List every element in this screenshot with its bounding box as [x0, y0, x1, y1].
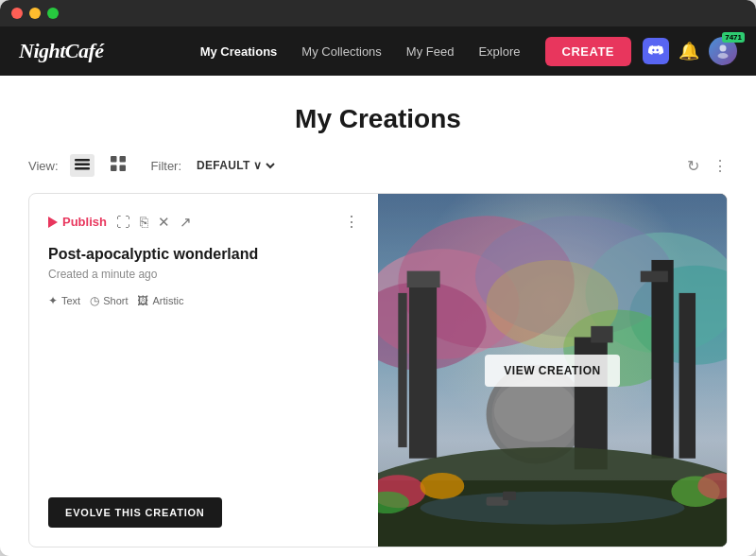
- view-label: View:: [28, 159, 59, 173]
- more-options-icon[interactable]: ⋮: [713, 157, 728, 175]
- delete-icon[interactable]: ✕: [158, 214, 170, 231]
- short-icon: ◷: [90, 294, 99, 307]
- logo[interactable]: NightCafé: [19, 39, 104, 63]
- toolbar-right: ↻ ⋮: [687, 157, 728, 175]
- discord-icon[interactable]: [643, 38, 669, 64]
- points-badge: 7471: [722, 32, 745, 43]
- svg-rect-7: [111, 165, 117, 172]
- toolbar: View: Filter: DEFAULT ∨ NEWEST: [0, 153, 756, 193]
- svg-rect-8: [119, 165, 126, 172]
- nav-icons: 🔔 7471: [643, 37, 737, 65]
- view-grid-button[interactable]: [106, 153, 130, 178]
- creations-list: Publish ⛶ ⎘ ✕ ↗ ⋮ Post-apocalyptic wonde…: [0, 193, 756, 556]
- app-window: NightCafé My Creations My Collections My…: [0, 0, 756, 556]
- view-creation-overlay: VIEW CREATION: [378, 194, 727, 547]
- svg-rect-3: [75, 164, 90, 166]
- svg-rect-5: [111, 156, 117, 163]
- card-actions: Publish ⛶ ⎘ ✕ ↗ ⋮: [48, 213, 359, 231]
- nav-explore[interactable]: Explore: [469, 39, 529, 64]
- copy-icon[interactable]: ⎘: [140, 214, 148, 230]
- svg-point-1: [718, 53, 729, 59]
- card-title: Post-apocalyptic wonderland: [48, 246, 359, 263]
- notifications-icon[interactable]: 🔔: [679, 41, 699, 61]
- tag-text: ✦ Text: [48, 294, 80, 307]
- card-image: VIEW CREATION: [378, 194, 727, 547]
- text-icon: ✦: [48, 294, 58, 307]
- titlebar: [0, 0, 756, 26]
- share-icon[interactable]: ↗: [180, 214, 192, 231]
- view-list-button[interactable]: [70, 154, 94, 177]
- tag-short: ◷ Short: [90, 294, 128, 307]
- artistic-icon: 🖼: [137, 294, 148, 307]
- page-title-section: My Creations: [0, 76, 756, 153]
- nav-my-collections[interactable]: My Collections: [292, 39, 391, 64]
- svg-point-0: [720, 45, 727, 52]
- nav-my-feed[interactable]: My Feed: [397, 39, 464, 64]
- tag-artistic: 🖼 Artistic: [137, 294, 183, 307]
- card-time: Created a minute ago: [48, 268, 359, 281]
- publish-button[interactable]: Publish: [48, 215, 107, 229]
- card-info: Post-apocalyptic wonderland Created a mi…: [48, 246, 359, 307]
- card-tags: ✦ Text ◷ Short 🖼 Artistic: [48, 294, 359, 307]
- navbar: NightCafé My Creations My Collections My…: [0, 26, 756, 76]
- svg-rect-6: [119, 156, 126, 163]
- refresh-icon[interactable]: ↻: [687, 157, 699, 175]
- publish-arrow-icon: [48, 217, 58, 228]
- main-content: My Creations View: Filter:: [0, 76, 756, 556]
- nav-my-creations[interactable]: My Creations: [191, 39, 287, 64]
- create-button[interactable]: CREATE: [545, 37, 631, 66]
- evolve-button[interactable]: EVOLVE THIS CREATION: [48, 497, 222, 528]
- avatar[interactable]: 7471: [709, 37, 737, 65]
- creation-card: Publish ⛶ ⎘ ✕ ↗ ⋮ Post-apocalyptic wonde…: [28, 193, 728, 547]
- nav-links: My Creations My Collections My Feed Expl…: [191, 39, 530, 64]
- expand-icon[interactable]: ⛶: [116, 214, 130, 230]
- card-left: Publish ⛶ ⎘ ✕ ↗ ⋮ Post-apocalyptic wonde…: [29, 194, 378, 547]
- svg-rect-4: [75, 167, 90, 170]
- close-button[interactable]: [11, 8, 23, 19]
- filter-label: Filter:: [151, 159, 182, 173]
- page-title: My Creations: [0, 104, 756, 134]
- filter-select[interactable]: DEFAULT ∨ NEWEST OLDEST: [193, 158, 278, 173]
- svg-rect-2: [75, 159, 90, 162]
- card-more-icon[interactable]: ⋮: [344, 213, 359, 231]
- minimize-button[interactable]: [29, 8, 41, 19]
- maximize-button[interactable]: [47, 8, 59, 19]
- view-creation-button[interactable]: VIEW CREATION: [485, 355, 619, 387]
